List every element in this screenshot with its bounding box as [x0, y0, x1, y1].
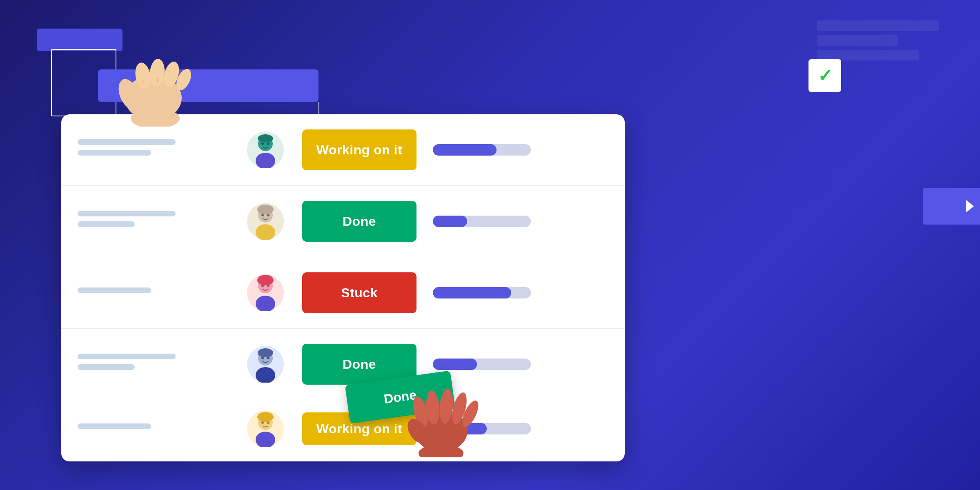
table-row: Done — [61, 329, 625, 400]
svg-point-28 — [267, 214, 270, 216]
status-badge-done[interactable]: Done — [302, 201, 416, 242]
check-icon: ✓ — [818, 66, 832, 86]
table-row: Stuck — [61, 257, 625, 329]
svg-point-27 — [261, 214, 264, 216]
cell-status-3[interactable]: Stuck — [298, 268, 421, 317]
svg-point-19 — [258, 134, 273, 143]
cell-status-1[interactable]: Working on it — [298, 125, 421, 174]
task-line — [78, 139, 176, 145]
cell-task-1 — [69, 131, 233, 169]
progress-bar-container — [433, 216, 531, 227]
table-row: Working on it — [61, 400, 625, 457]
right-arrow-block — [923, 188, 980, 225]
svg-point-40 — [267, 357, 270, 359]
cell-progress-3 — [421, 279, 617, 307]
cell-owner-3 — [233, 274, 298, 311]
cell-task-4 — [69, 345, 233, 383]
deco-stripes — [817, 20, 939, 60]
hand-right-illustration — [392, 351, 490, 457]
status-badge-working[interactable]: Working on it — [302, 129, 416, 170]
svg-point-22 — [267, 143, 270, 145]
progress-bar-container — [433, 287, 531, 298]
status-badge-stuck[interactable]: Stuck — [302, 272, 416, 313]
right-arrow-icon — [966, 200, 974, 213]
hand-left-illustration — [90, 0, 204, 127]
cell-owner-4 — [233, 346, 298, 383]
svg-point-46 — [267, 421, 270, 424]
svg-point-34 — [267, 285, 270, 287]
task-line — [78, 354, 176, 359]
table-row: Done — [61, 186, 625, 257]
svg-point-43 — [257, 412, 274, 422]
cell-progress-1 — [421, 136, 617, 164]
cell-owner-2 — [233, 203, 298, 240]
task-line — [78, 150, 151, 156]
status-label: Working on it — [316, 421, 402, 437]
cell-task-3 — [69, 279, 233, 306]
cell-task-5 — [69, 415, 233, 442]
avatar-4 — [247, 346, 284, 383]
task-line — [78, 211, 176, 216]
task-line — [78, 287, 151, 293]
cell-progress-2 — [421, 207, 617, 235]
progress-bar-fill — [433, 144, 497, 156]
progress-bar-container — [433, 144, 531, 156]
svg-point-39 — [261, 357, 264, 359]
avatar-1 — [247, 131, 284, 168]
status-label: Done — [343, 214, 376, 229]
task-line — [78, 364, 135, 370]
task-line — [78, 423, 151, 429]
svg-point-45 — [261, 421, 264, 424]
cell-owner-5 — [233, 410, 298, 447]
cell-status-2[interactable]: Done — [298, 197, 421, 246]
progress-bar-fill — [433, 216, 467, 227]
svg-point-31 — [257, 275, 274, 285]
avatar-3 — [247, 274, 284, 311]
status-label: Done — [343, 357, 376, 372]
deco-stripe-1 — [817, 20, 939, 31]
status-label: Working on it — [316, 143, 402, 158]
cell-owner-1 — [233, 131, 298, 168]
status-label: Stuck — [341, 285, 378, 301]
svg-point-37 — [258, 348, 273, 357]
deco-stripe-2 — [817, 35, 898, 46]
avatar-5 — [247, 410, 284, 447]
table-panel: Working on it — [61, 114, 625, 461]
check-box: ✓ — [808, 59, 841, 92]
task-line — [78, 221, 135, 227]
svg-point-25 — [257, 205, 274, 214]
svg-point-33 — [261, 285, 264, 287]
avatar-2 — [247, 203, 284, 240]
progress-bar-fill — [433, 287, 511, 298]
cell-task-2 — [69, 203, 233, 240]
svg-point-21 — [261, 143, 264, 145]
